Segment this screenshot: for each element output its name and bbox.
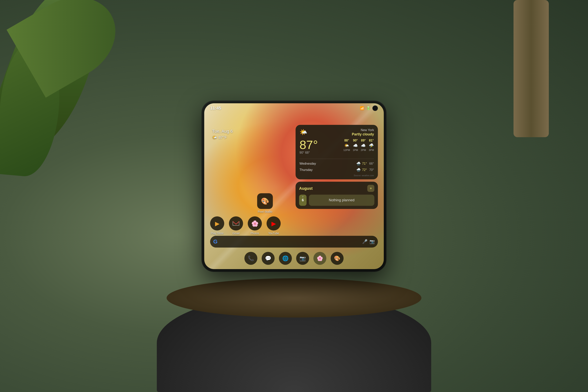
camera-dot: [372, 106, 378, 111]
day-lo-thu: 70°: [369, 168, 374, 172]
hi-temp: 90°: [300, 151, 304, 154]
gmail-label: Gmail: [232, 232, 240, 235]
dock-camera[interactable]: 📷: [296, 252, 309, 265]
day-name-wed: Wednesday: [300, 162, 356, 166]
dock-chrome[interactable]: 🌐: [279, 252, 292, 265]
current-temp: 87°: [300, 139, 318, 151]
hourly-time-0: 12PM: [344, 148, 350, 152]
badge-day-num: 6: [300, 198, 305, 202]
weather-header: 🌤️ New York Partly cloudy: [300, 128, 374, 136]
app-youtube[interactable]: ▶ YouTube: [266, 216, 281, 235]
hourly-item-3: 81° ⛈️ 3PM: [369, 139, 374, 152]
day-temps-wed: 71° 66°: [362, 162, 374, 166]
mic-icon[interactable]: 🎤: [362, 239, 368, 244]
weather-condition: Partly cloudy: [352, 132, 374, 136]
battery-icon: 🔋: [366, 106, 370, 110]
status-time: 11:45: [210, 106, 221, 111]
youtube-icon: ▶: [266, 216, 281, 230]
weather-widget[interactable]: 🌤️ New York Partly cloudy 87° 90°: [296, 125, 378, 179]
soil: [166, 278, 422, 318]
widgets-area: 🌤️ New York Partly cloudy 87° 90°: [296, 125, 378, 209]
plant-trunk: [514, 0, 549, 137]
hourly-item-1: 90° ☁️ 1PM: [353, 139, 358, 152]
daily-row-thu: Thursday 🌧️ 72° 70°: [300, 167, 374, 173]
pixel-studio-label: Pixel Studio: [258, 210, 272, 213]
wifi-icon: 📶: [360, 106, 364, 110]
day-lo-wed: 66°: [369, 162, 374, 166]
photos-label: Photos: [250, 232, 259, 235]
calendar-add-button[interactable]: +: [367, 185, 374, 192]
weather-small-temp: 87°F: [218, 135, 227, 140]
play-store-icon: ▶: [210, 216, 224, 230]
calendar-content: T 6 Nothing planned: [299, 195, 374, 206]
weather-left: 87° 90° 68°: [300, 139, 318, 157]
hourly-temp-1: 90°: [353, 139, 358, 142]
google-g-icon: G: [213, 238, 218, 245]
dock-phone[interactable]: 📞: [244, 252, 257, 265]
phone-screen[interactable]: 11:45 📶 🔋 Tue, Aug 6 🌤️ 87°F: [204, 103, 384, 269]
hourly-icon-2: ☁️: [361, 143, 366, 148]
status-bar: 11:45 📶 🔋: [204, 103, 384, 113]
hourly-item-0: 88° 🌤️ 12PM: [344, 139, 350, 152]
search-bar[interactable]: G 🎤 📷: [210, 236, 378, 248]
calendar-month: August: [299, 186, 312, 191]
hourly-temp-3: 81°: [369, 139, 374, 142]
weather-source: Source: weather.com: [300, 174, 374, 176]
phone-device: 11:45 📶 🔋 Tue, Aug 6 🌤️ 87°F: [202, 101, 386, 272]
weather-small-icon: 🌤️: [212, 135, 217, 140]
gmail-icon: [229, 216, 243, 230]
phone-outer-shell: 11:45 📶 🔋 Tue, Aug 6 🌤️ 87°F: [202, 101, 386, 272]
lo-temp-val: 68°: [305, 151, 310, 154]
youtube-label: YouTube: [268, 232, 279, 235]
badge-day-letter: T: [300, 196, 305, 198]
hourly-time-3: 3PM: [369, 148, 374, 152]
hourly-icon-3: ⛈️: [369, 143, 374, 148]
dock-photos[interactable]: 🌸: [314, 252, 326, 265]
weather-location: New York Partly cloudy: [352, 128, 374, 136]
day-name-thu: Thursday: [300, 168, 356, 172]
app-photos[interactable]: 🌸 Photos: [248, 216, 262, 235]
hourly-temp-2: 89°: [361, 139, 366, 142]
app-dock-row: ▶ Play Store Gmail: [210, 216, 281, 235]
hourly-item-2: 89° ☁️ 2PM: [361, 139, 366, 152]
hourly-time-1: 1PM: [353, 148, 358, 152]
day-icon-thu: 🌧️: [356, 168, 361, 172]
status-icons: 📶 🔋: [360, 106, 378, 111]
bottom-dock: 📞 💬 🌐 📷 🌸 🎨: [204, 252, 384, 265]
pixel-studio-row: 🎨 Pixel Studio: [249, 193, 281, 213]
nothing-planned-text: Nothing planned: [329, 198, 354, 202]
day-temps-thu: 72° 70°: [362, 168, 374, 172]
app-pixel-studio[interactable]: 🎨 Pixel Studio: [257, 193, 273, 213]
date-weather-section: Tue, Aug 6 🌤️ 87°F: [212, 129, 233, 140]
calendar-widget[interactable]: August + T 6 Nothing planned: [296, 182, 378, 209]
play-store-label: Play Store: [211, 232, 224, 235]
pixel-studio-icon: 🎨: [257, 193, 273, 209]
hourly-temp-0: 88°: [344, 139, 350, 142]
day-hi-wed: 71°: [362, 162, 367, 166]
date-display: Tue, Aug 6: [212, 129, 233, 134]
nothing-planned-card: Nothing planned: [309, 195, 374, 206]
hourly-temps: 88° 🌤️ 12PM 90° ☁️ 1PM 89°: [344, 139, 374, 152]
app-icons-area: 🎨 Pixel Studio ▶ Play Store: [210, 193, 281, 235]
daily-row-wed: Wednesday 🌧️ 71° 66°: [300, 160, 374, 167]
lens-icon[interactable]: 📷: [370, 239, 375, 244]
app-gmail[interactable]: Gmail: [229, 216, 243, 235]
dock-pixel-studio[interactable]: 🎨: [331, 252, 344, 265]
hourly-icon-1: ☁️: [353, 143, 358, 148]
weather-main-icon: 🌤️: [300, 128, 307, 136]
calendar-header: August +: [299, 185, 374, 192]
hourly-time-2: 2PM: [361, 148, 366, 152]
date-badge: T 6: [299, 195, 306, 206]
weather-main-section: 87° 90° 68° 88° 🌤️ 12PM: [300, 139, 374, 157]
dock-messages[interactable]: 💬: [262, 252, 274, 265]
day-hi-thu: 72°: [362, 168, 367, 172]
weather-divider: [300, 159, 374, 159]
hourly-icon-0: 🌤️: [344, 143, 350, 148]
app-play-store[interactable]: ▶ Play Store: [210, 216, 224, 235]
weather-small-display: 🌤️ 87°F: [212, 135, 233, 140]
location-name: New York: [352, 128, 374, 132]
photos-icon: 🌸: [248, 216, 262, 230]
day-icon-wed: 🌧️: [356, 162, 361, 166]
